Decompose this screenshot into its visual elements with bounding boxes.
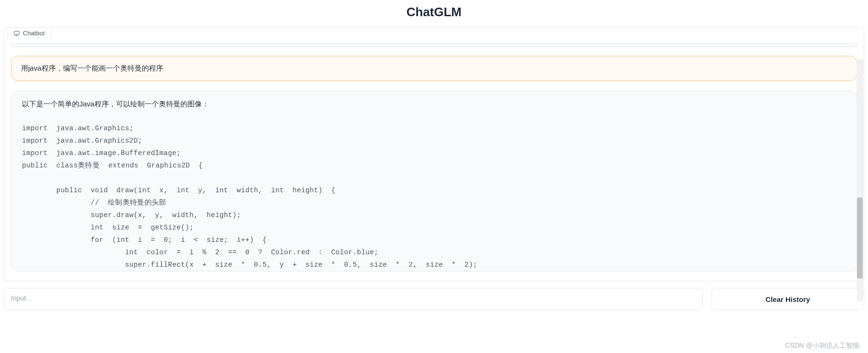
bottom-controls: Clear History <box>0 284 868 310</box>
chat-panel: Chatbot 用java程序，编写一个能画一个奥特曼的程序 以下是一个简单的J… <box>4 27 864 281</box>
tab-chatbot[interactable]: Chatbot <box>7 27 51 39</box>
previous-message-sliver <box>11 43 857 47</box>
chat-scroll-area[interactable]: 用java程序，编写一个能画一个奥特曼的程序 以下是一个简单的Java程序，可以… <box>11 43 857 277</box>
scrollbar-thumb[interactable] <box>857 197 863 279</box>
chat-icon <box>13 30 20 37</box>
bot-code-block: import java.awt.Graphics; import java.aw… <box>22 122 846 271</box>
scrollbar-track[interactable] <box>857 59 863 301</box>
bot-message-bubble: 以下是一个简单的Java程序，可以绘制一个奥特曼的图像： import java… <box>11 91 857 271</box>
user-message-bubble: 用java程序，编写一个能画一个奥特曼的程序 <box>11 56 857 81</box>
bot-intro-text: 以下是一个简单的Java程序，可以绘制一个奥特曼的图像： <box>22 100 846 109</box>
svg-rect-0 <box>14 31 20 34</box>
input-container[interactable] <box>4 288 703 310</box>
page-title: ChatGLM <box>0 0 868 27</box>
tab-label: Chatbot <box>23 30 45 37</box>
user-message-text: 用java程序，编写一个能画一个奥特曼的程序 <box>21 64 163 72</box>
message-input[interactable] <box>11 294 696 302</box>
clear-history-button[interactable]: Clear History <box>711 288 864 310</box>
clear-history-label: Clear History <box>765 295 810 303</box>
watermark-text: CSDN @小胡说人工智能 <box>785 342 859 350</box>
